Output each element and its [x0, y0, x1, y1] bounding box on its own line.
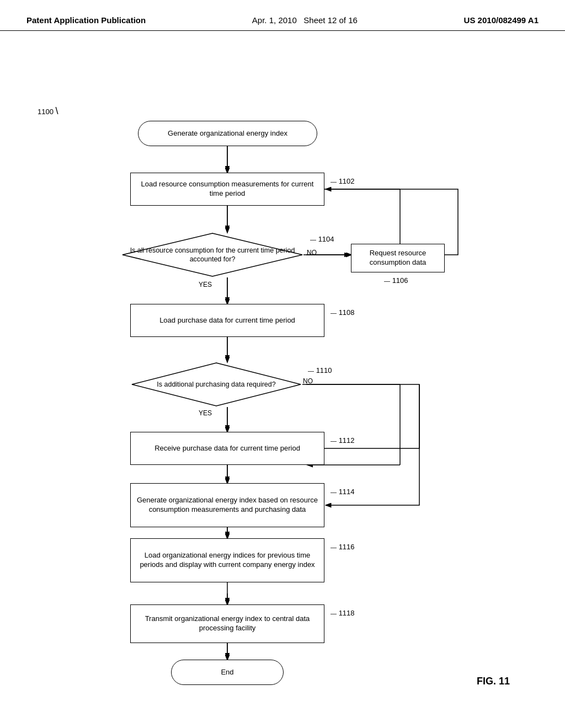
fig-label: FIG. 11 [477, 676, 510, 687]
header-center: Apr. 1, 2010 Sheet 12 of 16 [252, 15, 358, 25]
arrow-label-yes2: YES [199, 409, 212, 417]
node-1102-label: Load resource consumption measurements f… [135, 180, 319, 199]
ref-1110: ― 1110 [308, 366, 332, 374]
node-1114-label: Generate organizational energy index bas… [135, 496, 319, 515]
node-1116-label: Load organizational energy indices for p… [135, 551, 319, 570]
end-terminal: End [171, 660, 284, 685]
node-1106-label: Request resource consumption data [354, 249, 442, 267]
header-right: US 2010/082499 A1 [464, 15, 539, 25]
node-1108-label: Load purchase data for current time peri… [159, 316, 295, 325]
node-1106: Request resource consumption data [351, 244, 445, 272]
ref-1108: ― 1108 [331, 308, 355, 317]
arrow-label-no2: NO [303, 377, 313, 385]
node-1112-label: Receive purchase data for current time p… [154, 444, 300, 453]
arrow-label-yes1: YES [199, 281, 212, 288]
start-label: Generate organizational energy index [168, 129, 287, 138]
ref-1114: ― 1114 [331, 488, 355, 496]
node-1108: Load purchase data for current time peri… [130, 304, 324, 337]
node-1112: Receive purchase data for current time p… [130, 432, 324, 465]
node-1114: Generate organizational energy index bas… [130, 483, 324, 527]
end-label: End [221, 668, 233, 677]
node-1116: Load organizational energy indices for p… [130, 538, 324, 582]
header-left: Patent Application Publication [26, 15, 146, 25]
start-terminal: Generate organizational energy index [138, 121, 317, 146]
header-sheet: Sheet 12 of 16 [303, 15, 358, 25]
node-1110: Is additional purchasing data required? [131, 362, 302, 407]
arrow-label-no1: NO [307, 249, 317, 256]
node-1118-label: Transmit organizational energy index to … [135, 614, 319, 633]
ref-1118: ― 1118 [331, 609, 355, 617]
page-header: Patent Application Publication Apr. 1, 2… [0, 0, 565, 31]
node-1110-label: Is additional purchasing data required? [157, 380, 275, 389]
ref-1102: ― 1102 [331, 177, 355, 185]
node-1104-label: Is all resource consumption for the curr… [121, 246, 303, 264]
ref-1106: ― 1106 [384, 276, 408, 285]
ref-1112: ― 1112 [331, 436, 355, 445]
flow-ref-1100: 1100 \ [38, 105, 58, 117]
node-1118: Transmit organizational energy index to … [130, 604, 324, 643]
node-1102: Load resource consumption measurements f… [130, 173, 324, 206]
header-date: Apr. 1, 2010 [252, 15, 297, 25]
ref-1104: ― 1104 [310, 235, 334, 243]
diagram-area: 1100 \ [0, 31, 565, 704]
node-1104: Is all resource consumption for the curr… [121, 232, 303, 277]
ref-1116: ― 1116 [331, 543, 355, 551]
